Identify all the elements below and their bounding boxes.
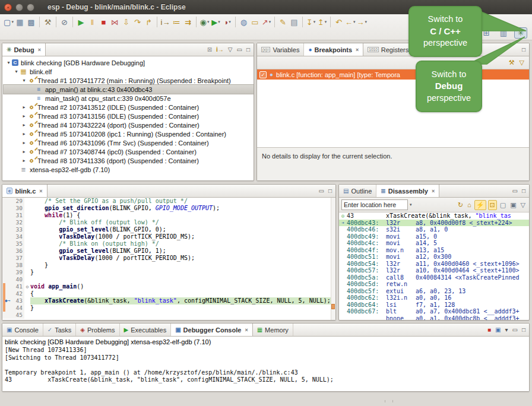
externalize-icon[interactable]: ▤	[289, 16, 299, 28]
link-with-debug-icon[interactable]: ⚒	[509, 59, 515, 66]
tree-arrow-icon[interactable]: ▾	[21, 78, 27, 83]
back-icon[interactable]: ←▾	[345, 16, 356, 28]
location-dropdown-icon[interactable]: ▾	[410, 202, 412, 207]
bottom-sash[interactable]	[385, 400, 393, 402]
editor-margin[interactable]	[2, 304, 10, 312]
tree-arrow-icon[interactable]: ▸	[21, 131, 27, 137]
save-all-icon[interactable]: ▩	[26, 16, 36, 28]
dropdown-icon[interactable]: ▾	[207, 20, 210, 24]
close-icon[interactable]: ×	[356, 47, 359, 53]
instruction-stepping-icon[interactable]: i→	[216, 46, 224, 53]
debug-perspective-icon[interactable]: ✳	[514, 27, 527, 39]
debug-tree-row[interactable]: ≡app_main() at blink.c:43 0x400dbc43	[4, 85, 254, 94]
run-icon[interactable]: ▶▾	[211, 16, 221, 28]
home-icon[interactable]: ⌂	[466, 201, 473, 209]
editor-margin[interactable]	[2, 226, 10, 233]
debug-tree-row[interactable]: ▸Thread #4 1073432224 (dport) (Suspended…	[4, 120, 254, 129]
step-into-icon[interactable]: ⇩	[121, 16, 131, 28]
close-icon[interactable]: ×	[38, 47, 41, 53]
link-active-context-icon[interactable]: ⚡	[474, 200, 486, 210]
debug-tree-row[interactable]: ≡main_task() at cpu_start.c:339 0x400d05…	[4, 94, 254, 103]
remove-terminated-icon[interactable]: ⊠	[207, 46, 212, 53]
debug-tree-row[interactable]: ▸Thread #8 1073411336 (dport) (Suspended…	[4, 156, 254, 165]
forward-icon[interactable]: →▾	[357, 16, 368, 28]
view-menu-icon[interactable]: ▽	[228, 46, 233, 53]
debug-tree-row[interactable]: ▾▦blink.elf	[4, 67, 254, 76]
cpp-perspective-icon[interactable]: ▥	[497, 27, 510, 39]
dropdown-icon[interactable]: ▾	[505, 326, 508, 333]
skip-all-breakpoints-icon[interactable]: ⊘	[59, 16, 69, 28]
new-wizard-icon[interactable]: ▢▾	[4, 16, 14, 28]
show-debug-sources-icon[interactable]: ≔	[172, 16, 182, 28]
menu-icon[interactable]: ▽	[520, 201, 527, 210]
maximize-icon[interactable]: □	[522, 326, 525, 333]
minimize-icon[interactable]: ▭	[512, 188, 518, 194]
debug-tree-row[interactable]: ▾Cblink checking [GDB Hardware Debugging…	[4, 58, 254, 67]
editor-margin[interactable]	[2, 255, 10, 262]
close-icon[interactable]: ×	[432, 188, 435, 194]
tab-debug[interactable]: ✳ Debug ×	[2, 43, 46, 56]
dropdown-icon[interactable]: ▾	[325, 20, 327, 24]
tree-arrow-icon[interactable]: ▾	[5, 60, 12, 65]
new-view-icon[interactable]: ▢	[499, 201, 507, 210]
build-icon[interactable]: ⚒	[43, 16, 53, 28]
editor-margin[interactable]	[2, 262, 10, 269]
console-output[interactable]: blink checking [GDB Hardware Debugging] …	[2, 337, 529, 391]
editor-margin[interactable]: ◆→	[2, 297, 10, 304]
minimize-icon[interactable]: ▭	[237, 46, 242, 53]
terminate-icon[interactable]: ■	[487, 326, 491, 333]
editor-margin[interactable]	[2, 205, 10, 212]
open-element-icon[interactable]: ▭	[250, 16, 260, 28]
tab-blink-c[interactable]: c blink.c ×	[2, 185, 48, 197]
editor-margin[interactable]	[2, 240, 10, 248]
minimize-icon[interactable]: ▭	[319, 188, 324, 194]
debug-tree-row[interactable]: ▸Thread #3 1073413156 (IDLE) (Suspended …	[4, 112, 254, 120]
fold-icon[interactable]: ⊖	[24, 284, 30, 290]
suspend-icon[interactable]: ‖	[87, 16, 97, 28]
window-minimize-button[interactable]	[15, 4, 23, 11]
tree-arrow-icon[interactable]: ▸	[21, 113, 27, 119]
step-return-icon[interactable]: ↱	[144, 16, 154, 28]
maximize-icon[interactable]: □	[522, 46, 525, 53]
tab-variables[interactable]: (x)=Variables	[257, 43, 304, 56]
code-editor[interactable]: 29 /* Set the GPIO as a push/pull output…	[2, 198, 335, 320]
tab-outline[interactable]: ▤Outline	[339, 185, 376, 197]
disassembly-listing[interactable]: ◎43xTaskCreate(&blink_task, "blink_tas➔4…	[339, 212, 529, 320]
track-expression-icon[interactable]: ⊡	[488, 200, 497, 210]
previous-annotation-icon[interactable]: ↥▾	[317, 16, 327, 28]
dropdown-icon[interactable]: ▾	[353, 20, 356, 24]
editor-margin[interactable]	[2, 312, 10, 319]
breakpoint-row[interactable]: ✓ ● blink.c [function: app_main] [type: …	[257, 69, 529, 80]
dropdown-icon[interactable]: ▾	[229, 20, 231, 24]
location-input[interactable]	[341, 199, 408, 210]
tab-registers[interactable]: 1010Registers	[363, 43, 413, 56]
editor-margin[interactable]	[2, 248, 10, 255]
close-icon[interactable]: ×	[245, 327, 248, 333]
window-close-button[interactable]: ×	[4, 4, 12, 11]
save-icon[interactable]: ▦	[15, 16, 25, 28]
display-console-icon[interactable]: ▣	[495, 326, 501, 333]
coverage-icon[interactable]: ◑▾	[222, 16, 232, 28]
debug-tree-row[interactable]: ≣xtensa-esp32-elf-gdb (7.10)	[4, 165, 254, 174]
dropdown-icon[interactable]: ▾	[314, 20, 316, 24]
launch-config-icon[interactable]: ↗▾	[261, 16, 271, 28]
tab-memory[interactable]: ▦Memory	[253, 323, 293, 336]
new-project-icon[interactable]: ◍	[239, 16, 249, 28]
format-icon[interactable]: ✎	[278, 16, 288, 28]
editor-margin[interactable]	[2, 290, 10, 297]
tree-arrow-icon[interactable]: ▸	[21, 149, 27, 154]
window-maximize-button[interactable]	[27, 4, 34, 11]
annotation-tick[interactable]	[331, 304, 335, 309]
debug-tree-row[interactable]: ▸Thread #6 1073431096 (Tmr Svc) (Suspend…	[4, 138, 254, 147]
debug-tree-row[interactable]: ▸Thread #7 1073408744 (ipc0) (Suspended …	[4, 147, 254, 156]
step-over-icon[interactable]: ↷	[132, 16, 142, 28]
editor-margin[interactable]	[2, 283, 10, 290]
editor-margin[interactable]	[2, 233, 10, 240]
disconnect-icon[interactable]: ⋈	[110, 16, 120, 28]
debug-tree-row[interactable]: ▸Thread #5 1073410208 (ipc1 : Running) (…	[4, 129, 254, 138]
refresh-icon[interactable]: ↻	[457, 201, 464, 210]
tab-executables[interactable]: ▶Executables	[120, 323, 172, 336]
maximize-icon[interactable]: □	[522, 188, 525, 194]
tree-arrow-icon[interactable]: ▾	[13, 69, 20, 74]
close-icon[interactable]: ×	[39, 188, 42, 194]
